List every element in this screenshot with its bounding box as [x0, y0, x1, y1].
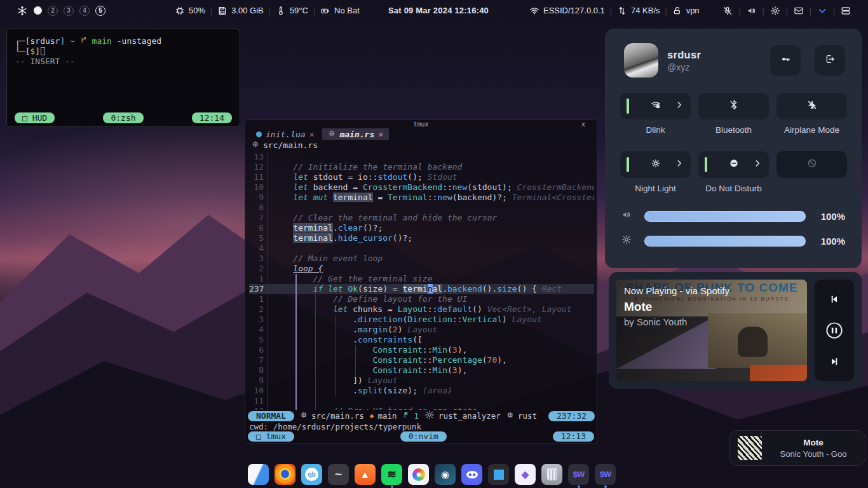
quick-toggle-blocked[interactable] [776, 151, 847, 178]
username: srdusr [667, 49, 756, 61]
code-editor[interactable]: 1312 // Initialize the terminal backend1… [249, 152, 594, 410]
mail-icon[interactable] [794, 6, 804, 16]
divider: | [738, 6, 740, 15]
volume-slider[interactable] [644, 211, 806, 222]
code-line-current: 237 if let Ok(size) = terminal.backend()… [249, 284, 594, 294]
dock-photos[interactable] [408, 464, 429, 485]
clock-text: Sat 09 Mar 2024 12:16:40 [388, 6, 489, 15]
chevron-right-icon[interactable] [752, 158, 763, 171]
code-line: 3 // Main event loop [249, 254, 594, 264]
indent-guide [315, 294, 316, 410]
network-group: ESSID/127.0.0.1|74 KB/s|vpn [521, 3, 708, 18]
code-line: 7 // Clear the terminal and hide the cur… [249, 213, 594, 223]
dock-sw-app-1[interactable]: $W [568, 464, 589, 485]
dock-spotify[interactable]: ≋ [381, 464, 402, 485]
dock-obsidian[interactable]: ◆ [515, 464, 536, 485]
line-number: 10 [249, 182, 268, 193]
stat-thermometer: 59°C [276, 6, 308, 16]
cpu-icon [175, 6, 185, 16]
inlay-hint: Rect [542, 284, 562, 294]
avatar [624, 43, 658, 78]
dock-vlc[interactable]: ▲ [355, 464, 376, 485]
volume-value: 100% [815, 211, 845, 222]
tab-init-lua[interactable]: init.lua × [250, 128, 320, 140]
workspace-5[interactable]: 5 [95, 6, 105, 16]
window-title: tmux [245, 121, 597, 128]
line-number: 8 [249, 203, 268, 213]
dock-firefox[interactable] [275, 464, 295, 485]
code-line: 13 [249, 152, 594, 162]
mic-slash-icon[interactable] [722, 6, 733, 16]
buffer-tabs: init.lua × main.rs × [250, 128, 389, 140]
terminal-cursor [41, 47, 45, 55]
chevron-down-icon[interactable] [817, 6, 827, 16]
rust-icon [300, 411, 308, 421]
stat-cpu: 50% [175, 6, 205, 16]
line-number: 8 [249, 365, 268, 376]
terminal-window[interactable]: ┌─[srdusr] ~ main -unstaged └─[$] -- INS… [6, 29, 240, 127]
quick-toggle-dlink[interactable] [620, 93, 691, 119]
brightness-icon [621, 234, 635, 247]
workspace-1[interactable] [34, 6, 42, 15]
dock-vscode[interactable] [488, 464, 509, 485]
media-controls [815, 280, 854, 381]
user-handle: @xyz [667, 62, 756, 72]
dock-sw-app-2[interactable]: $W [595, 464, 616, 485]
editor-window[interactable]: tmux x init.lua × main.rs × src/main.rs … [245, 119, 597, 444]
chevron-right-icon[interactable] [674, 100, 684, 112]
code-line: 9 let mut terminal = Terminal::new(backe… [249, 193, 594, 203]
dock-files[interactable] [248, 464, 269, 485]
quick-toggle-do-not-disturb[interactable] [698, 151, 769, 178]
logout-button[interactable] [815, 45, 845, 76]
code-line: 1 // Get the terminal size [249, 274, 594, 284]
code-line: 4 .margin(2) Layout [249, 325, 594, 335]
statusline-lsp: rust_analyzer [438, 411, 501, 421]
quick-toggle-bluetooth[interactable] [698, 93, 769, 119]
code-line: 11 let stdout = io::stdout(); Stdout [249, 172, 594, 182]
quick-toggle-night-light[interactable] [620, 151, 691, 178]
volume-icon [621, 210, 635, 222]
gear-icon[interactable] [770, 6, 780, 16]
workspace-2[interactable]: 2 [48, 6, 58, 16]
workspace-4[interactable]: 4 [79, 6, 90, 16]
code-line: 6 Constraint::Min(3), [249, 345, 594, 355]
code-line: 4 [249, 243, 594, 254]
logo-icon [17, 6, 27, 16]
tab-close-icon[interactable]: × [378, 130, 383, 139]
previous-track-button[interactable] [829, 294, 839, 304]
line-number: 7 [249, 213, 268, 223]
inlay-hint: Layout [407, 325, 437, 334]
line-number: 10 [249, 386, 268, 396]
bluetooth-off-icon [729, 100, 739, 112]
tab-main-rs[interactable]: main.rs × [322, 128, 389, 140]
indent-guide [335, 315, 336, 396]
window-close-button[interactable]: x [581, 121, 585, 128]
divider: | [810, 6, 811, 15]
dock-discord[interactable] [461, 464, 482, 485]
pause-button[interactable] [825, 321, 844, 340]
dock-trash[interactable] [541, 464, 562, 485]
dock-qbittorrent[interactable]: qb [301, 464, 322, 485]
updown-icon [617, 6, 627, 16]
code-line: 10 .split(size); (area) [249, 386, 594, 396]
chevron-right-icon[interactable] [674, 158, 684, 171]
line-number: 5 [249, 335, 268, 345]
brightness-slider[interactable] [644, 236, 806, 247]
tab-close-icon[interactable]: × [309, 130, 315, 139]
dock-media-app[interactable]: ~ [328, 464, 349, 485]
brightness-value: 100% [815, 236, 845, 247]
workspace-3[interactable]: 3 [64, 6, 74, 16]
line-number: 4 [249, 243, 268, 254]
notification-toast[interactable]: Mote Sonic Youth - Goo [729, 430, 865, 466]
speaker-icon[interactable] [747, 6, 757, 16]
line-number: 5 [249, 233, 268, 243]
code-line: 12 // Draw UI based on app state [249, 406, 594, 410]
quick-toggle-airplane-mode[interactable] [776, 93, 847, 119]
inlay-hint: Layout [512, 315, 542, 324]
keyring-button[interactable] [770, 45, 801, 76]
next-track-button[interactable] [829, 356, 839, 367]
dock-steam[interactable]: ◉ [435, 464, 456, 485]
dock-icon[interactable] [841, 6, 851, 16]
workspace-list: 2345 [34, 6, 105, 16]
net-wifi: ESSID/127.0.0.1 [529, 6, 605, 16]
